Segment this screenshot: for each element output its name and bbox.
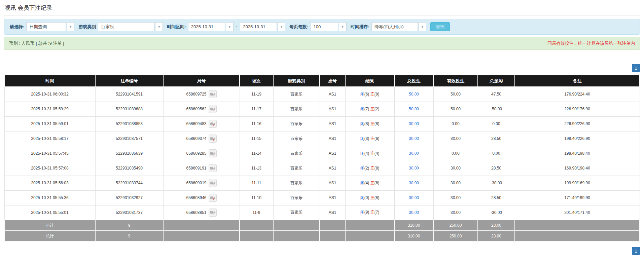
page-size-value[interactable]: 100: [311, 22, 338, 31]
total-bet-link[interactable]: 30.00: [409, 151, 419, 156]
query-type-label: 请选择:: [10, 24, 24, 30]
cell-result: 闲(6) 庄(9): [345, 87, 394, 102]
cell-game-type: 百家乐: [273, 161, 320, 176]
cell-payout: 0.00: [478, 116, 515, 131]
total-bet-link[interactable]: 30.00: [409, 166, 419, 171]
chevron-down-icon[interactable]: ▼: [419, 22, 426, 31]
video-replay-icon[interactable]: [209, 90, 217, 98]
result-player-label: 闲: [360, 210, 364, 215]
subtotal-total-bet: 310.00: [394, 220, 433, 231]
cell-total-bet: 30.00: [394, 161, 433, 176]
valid-bet-note: 同局有效投注，统一计算在该局第一张注单内: [547, 40, 635, 46]
page-size-select[interactable]: 100 ▼: [311, 22, 347, 31]
result-banker-label: 庄: [370, 166, 374, 171]
video-replay-icon[interactable]: [209, 164, 217, 172]
video-replay-icon[interactable]: [209, 179, 217, 187]
round-number: 658608946: [186, 195, 206, 200]
video-replay-icon[interactable]: [209, 135, 217, 143]
game-type-select[interactable]: 百家乐 ▼: [98, 22, 163, 31]
result-banker-label: 庄: [370, 181, 374, 185]
total-bet-link[interactable]: 50.00: [409, 92, 419, 97]
page-size-label: 每页笔数:: [289, 24, 308, 30]
cell-session: 11-16: [240, 116, 273, 131]
cell-game-type: 百家乐: [273, 176, 320, 190]
video-replay-icon[interactable]: [209, 209, 217, 217]
cell-payout: 28.50: [478, 161, 515, 176]
cell-valid-bet: 30.00: [433, 176, 478, 190]
cell-time: 2025-10-31 05:55:36: [4, 190, 95, 205]
cell-bet-id: 522931032927: [95, 190, 163, 205]
result-player-label: 闲: [360, 107, 364, 111]
result-player-score: (8): [364, 121, 369, 126]
query-type-select[interactable]: 日期查询 ▼: [26, 22, 74, 31]
cell-bet-id: 522931031737: [95, 205, 163, 220]
cell-time: 2025-10-31 05:59:29: [4, 102, 95, 116]
date-to-select[interactable]: 2025-10-31 ▼: [240, 22, 285, 31]
sort-label: 时间排序:: [351, 24, 369, 30]
chevron-down-icon[interactable]: ▼: [155, 22, 163, 31]
video-replay-icon[interactable]: [209, 149, 217, 157]
pagination-top: 1: [4, 64, 640, 72]
cell-bet-id: 522931035490: [95, 161, 163, 176]
cell-game-type: 百家乐: [273, 87, 320, 102]
chevron-down-icon[interactable]: ▼: [67, 22, 74, 31]
cell-time: 2025-10-31 05:55:01: [4, 205, 95, 220]
cell-total-bet: 30.00: [394, 205, 433, 220]
date-to-value[interactable]: 2025-10-31: [240, 22, 277, 31]
cell-total-bet: 30.00: [394, 116, 433, 131]
grand-total-row: 总计 9 310.00 250.00 23.00: [4, 231, 640, 241]
video-replay-icon[interactable]: [209, 105, 217, 113]
total-bet-link[interactable]: 30.00: [409, 195, 419, 200]
chevron-down-icon[interactable]: ▼: [278, 22, 285, 31]
cell-result: 闲(4) 庄(4): [345, 146, 394, 161]
result-banker-label: 庄: [370, 136, 374, 141]
page-number-button[interactable]: 1: [632, 64, 640, 72]
total-bet-link[interactable]: 30.00: [409, 181, 419, 185]
cell-bet-id: 522931036639: [95, 146, 163, 161]
video-replay-icon[interactable]: [209, 120, 217, 128]
result-banker-score: (6): [374, 181, 380, 185]
chevron-down-icon[interactable]: ▼: [226, 22, 234, 31]
sort-select[interactable]: 降幂(由大到小) ▼: [371, 22, 426, 31]
result-player-label: 闲: [360, 151, 364, 156]
total-valid-bet: 250.00: [433, 231, 478, 241]
chevron-down-icon[interactable]: ▼: [339, 22, 347, 31]
total-bet-link[interactable]: 50.00: [409, 107, 419, 111]
cell-valid-bet: 50.00: [433, 102, 478, 116]
table-row: 2025-10-31 05:55:01 522931031737 6586088…: [4, 205, 640, 220]
table-body: 2025-10-31 06:00:32 522931041591 6586097…: [4, 87, 640, 220]
cell-game-type: 百家乐: [273, 205, 320, 220]
result-player-label: 闲: [360, 181, 364, 185]
table-row: 2025-10-31 06:00:32 522931041591 6586097…: [4, 87, 640, 102]
cell-payout: 28.50: [478, 190, 515, 205]
cell-bet-id: 522931039688: [95, 102, 163, 116]
query-type-value[interactable]: 日期查询: [26, 22, 66, 31]
cell-bet-id: 522931038853: [95, 116, 163, 131]
date-from-select[interactable]: 2025-10-31 ▼: [188, 22, 234, 31]
summary-bar: 币别 : 人民币 | 总共 :9 注单 | 同局有效投注，统一计算在该局第一张注…: [4, 37, 640, 50]
cell-payout: 0.00: [478, 146, 515, 161]
cell-payout: -30.00: [478, 176, 515, 190]
cell-round: 658608851: [163, 205, 240, 220]
search-button[interactable]: 查询: [430, 22, 450, 31]
cell-bet-id: 522931033744: [95, 176, 163, 190]
col-header-result: 结果: [345, 75, 394, 87]
cell-session: 11-15: [240, 131, 273, 146]
date-from-value[interactable]: 2025-10-31: [188, 22, 225, 31]
round-number: 658609562: [186, 107, 206, 111]
col-header-note: 备注: [515, 75, 640, 87]
cell-game-type: 百家乐: [273, 102, 320, 116]
result-player-score: (6): [364, 92, 369, 97]
cell-note: 226.90/226.90: [515, 116, 640, 131]
total-bet-link[interactable]: 30.00: [409, 210, 419, 215]
sort-value[interactable]: 降幂(由大到小): [371, 22, 418, 31]
result-banker-label: 庄: [370, 195, 374, 200]
result-banker-score: (6): [374, 136, 380, 141]
total-bet-link[interactable]: 30.00: [409, 121, 419, 126]
page-number-button[interactable]: 1: [632, 247, 640, 255]
total-bet-link[interactable]: 30.00: [409, 136, 419, 141]
total-count: 9: [95, 231, 163, 241]
video-replay-icon[interactable]: [209, 194, 217, 202]
game-type-value[interactable]: 百家乐: [98, 22, 154, 31]
cell-table-no: AS1: [320, 176, 345, 190]
